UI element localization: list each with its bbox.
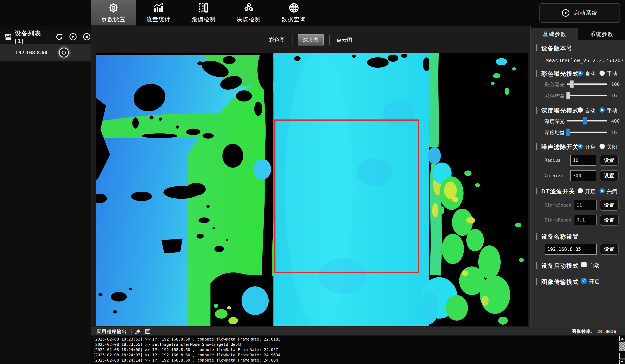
tab-parameter-settings[interactable]: 参数设置 xyxy=(91,0,136,26)
cntsize-input[interactable] xyxy=(570,170,596,181)
device-name-set-button[interactable]: 设置 xyxy=(600,244,619,255)
depth-exposure-slider[interactable] xyxy=(567,120,607,121)
device-list-item[interactable]: 192.168.8.60 xyxy=(0,44,91,61)
section-accent xyxy=(536,188,537,195)
noise-filter-section: 噪声滤除开关 开启 关闭 xyxy=(531,143,625,151)
stop-all-icon[interactable] xyxy=(83,33,91,41)
color-exposure-auto-radio[interactable] xyxy=(578,71,583,76)
radius-input[interactable] xyxy=(570,155,596,166)
color-exposure-row: 彩色曝光 100 xyxy=(531,80,625,88)
depth-exposure-auto-radio[interactable] xyxy=(578,107,583,112)
depth-exposure-mode-section: 深度曝光模式 自动 手动 xyxy=(531,106,625,114)
scrollbar-track-block xyxy=(619,353,625,359)
log-line: [2025-02-08 18:23:55] >> setImageTransfe… xyxy=(93,342,615,347)
depth-exposure-manual-label: 手动 xyxy=(607,107,617,114)
depth-gain-value: 16 xyxy=(611,130,617,135)
refresh-icon[interactable] xyxy=(55,33,63,41)
tab-label: 跑偏检测 xyxy=(191,16,216,23)
section-accent xyxy=(536,143,537,150)
transfer-mode-checkbox[interactable] xyxy=(581,278,587,283)
log-scrollbar[interactable] xyxy=(619,336,625,364)
depth-exposure-label: 深度曝光 xyxy=(544,118,565,125)
save-log-icon[interactable] xyxy=(145,328,151,335)
color-gain-slider[interactable] xyxy=(567,95,607,96)
tab-coal-detection[interactable]: 块煤检测 xyxy=(226,0,271,26)
noise-filter-on-label: 开启 xyxy=(585,143,595,151)
tab-label: 参数设置 xyxy=(101,16,125,23)
parameter-panel-body: 设备版本号 MeasureFlow_V6.2.2.250207 彩色曝光模式 自… xyxy=(531,40,625,328)
log-line: [2025-02-08 18:24:07] >> IP: 192.168.8.6… xyxy=(93,353,615,358)
log-line: [2025-02-08 18:23:53] >> IP: 192.168.8.6… xyxy=(93,337,615,342)
log-line: [2025-02-08 18:24:14] >> IP: 192.168.8.6… xyxy=(93,358,615,363)
tab-data-query[interactable]: 数据查询 xyxy=(271,0,316,26)
dt-filter-off-radio[interactable] xyxy=(599,188,605,194)
parameter-panel: 基础参数 系统参数 设备版本号 MeasureFlow_V6.2.2.25020… xyxy=(531,26,625,328)
device-version-value: MeasureFlow_V6.2.2.250207 xyxy=(546,58,624,63)
dt-filter-section: DT滤波开关 开启 关闭 xyxy=(531,187,625,195)
depth-exposure-value: 400 xyxy=(611,118,620,124)
globe-icon xyxy=(288,2,300,14)
start-mode-checkbox[interactable] xyxy=(581,262,587,267)
gear-icon xyxy=(108,2,119,14)
cntsize-row: CntSize 设置 xyxy=(531,170,625,181)
sigma-range-set-button[interactable]: 设置 xyxy=(600,215,619,225)
transfer-mode-option-label: 开启 xyxy=(589,278,599,285)
device-version-label: 设备版本号 xyxy=(541,44,573,53)
noise-filter-off-radio[interactable] xyxy=(599,144,605,149)
depth-map-viewport[interactable] xyxy=(96,53,528,326)
bar-chart-icon xyxy=(153,2,164,14)
slider-handle[interactable] xyxy=(583,117,587,124)
depth-exposure-manual-radio[interactable] xyxy=(599,107,605,112)
noise-filter-on-radio[interactable] xyxy=(578,144,583,149)
app-window: 参数设置 流量统计 跑偏检测 块煤检测 xyxy=(0,0,625,364)
start-mode-section: 设备启动模式 自动 xyxy=(531,261,625,270)
slider-handle[interactable] xyxy=(566,129,570,136)
dt-filter-off-label: 关闭 xyxy=(607,188,617,195)
device-name-input[interactable] xyxy=(545,244,597,255)
main-toolbar: 参数设置 流量统计 跑偏检测 块煤检测 xyxy=(0,0,625,26)
slider-handle[interactable] xyxy=(570,81,574,88)
sigma-range-input[interactable] xyxy=(574,215,597,225)
play-all-icon[interactable] xyxy=(69,33,77,41)
color-exposure-mode-label: 彩色曝光模式 xyxy=(541,70,579,78)
section-accent xyxy=(536,70,537,77)
color-exposure-manual-radio[interactable] xyxy=(599,71,605,76)
dt-filter-on-radio[interactable] xyxy=(578,188,583,194)
slider-handle[interactable] xyxy=(566,92,570,99)
depth-exposure-mode-label: 深度曝光模式 xyxy=(541,107,579,115)
color-exposure-manual-label: 手动 xyxy=(607,70,617,77)
tab-flow-statistics[interactable]: 流量统计 xyxy=(136,0,181,26)
power-button[interactable] xyxy=(59,48,69,57)
sigma-space-set-button[interactable]: 设置 xyxy=(600,200,619,211)
tab-label: 数据查询 xyxy=(282,16,306,23)
tab-system-params[interactable]: 系统参数 xyxy=(578,28,625,40)
framerate-label: 图像帧率: xyxy=(572,328,593,335)
color-exposure-slider[interactable] xyxy=(567,84,607,85)
tab-point-cloud[interactable]: 点云图 xyxy=(335,36,354,43)
tab-basic-params[interactable]: 基础参数 xyxy=(531,28,578,40)
device-version-section: 设备版本号 xyxy=(531,44,625,52)
tab-color-map[interactable]: 彩色图 xyxy=(267,36,286,43)
depth-gain-slider[interactable] xyxy=(567,132,607,133)
tab-depth-map[interactable]: 深度图 xyxy=(298,34,324,46)
sigma-space-row: SigmaSpace 设置 xyxy=(531,200,625,211)
section-accent xyxy=(536,262,537,269)
scroll-up-button[interactable] xyxy=(619,336,625,341)
log-line: [2025-02-08 18:24:00] >> IP: 192.168.8.6… xyxy=(93,347,615,353)
radius-set-button[interactable]: 设置 xyxy=(600,155,619,166)
deviation-icon xyxy=(198,2,209,14)
start-system-button[interactable]: 启动系统 xyxy=(539,3,620,23)
section-accent xyxy=(536,233,537,240)
device-list-icon xyxy=(4,33,12,41)
cntsize-set-button[interactable]: 设置 xyxy=(600,170,619,181)
sigma-space-input[interactable] xyxy=(574,200,597,210)
device-list-header: 设备列表(1) xyxy=(0,30,91,43)
clear-log-icon[interactable] xyxy=(135,328,141,335)
scrollbar-thumb[interactable] xyxy=(619,341,625,351)
tab-label: 流量统计 xyxy=(146,16,171,23)
color-exposure-auto-label: 自动 xyxy=(585,70,595,77)
scroll-down-button[interactable] xyxy=(619,360,625,364)
tab-deviation-detection[interactable]: 跑偏检测 xyxy=(181,0,226,26)
section-accent xyxy=(536,44,537,51)
console-title: 应用程序输出 xyxy=(96,328,127,335)
